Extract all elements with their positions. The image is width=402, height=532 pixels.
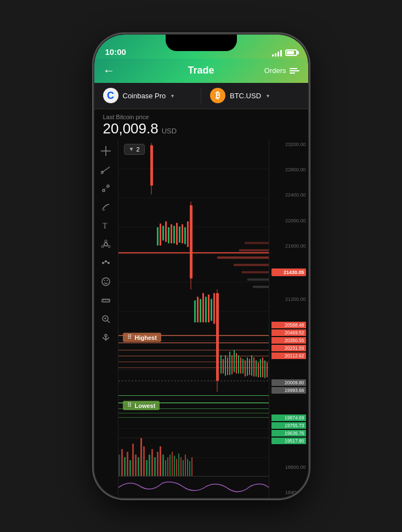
svg-rect-70 [160,223,161,245]
anchor-tool[interactable] [97,329,115,346]
gray-price-tags: 20009.80 19993.66 [271,379,306,394]
svg-rect-143 [185,455,186,476]
ruler-tool[interactable] [97,292,115,309]
svg-rect-96 [223,359,224,373]
signal-icon [272,49,282,57]
battery-icon [285,49,297,56]
svg-rect-100 [231,355,233,374]
svg-point-4 [103,189,105,192]
svg-rect-118 [121,449,123,476]
svg-rect-131 [157,452,158,476]
chart-canvas[interactable]: 23200.00 22800.00 22400.00 22000.00 2160… [118,139,308,498]
exchange-selector[interactable]: C Coinbase Pro ▾ [94,88,202,103]
price-currency: USD [162,127,177,135]
svg-rect-95 [220,355,222,373]
text-tool[interactable]: T [97,217,115,234]
svg-rect-117 [118,455,120,476]
svg-rect-89 [208,294,210,322]
dots-tool[interactable] [97,255,115,271]
indicator-badge[interactable]: ▼ 2 [124,144,145,155]
svg-rect-119 [124,457,126,476]
svg-rect-145 [189,461,190,476]
price-tick: 18400.00 [271,490,306,495]
red-price-tags: 20588.48 20469.52 20350.55 20231.59 2011… [271,322,306,360]
svg-rect-61 [217,256,269,259]
network-tool[interactable] [97,236,115,253]
svg-rect-134 [165,460,166,476]
svg-rect-138 [174,456,175,476]
svg-rect-77 [179,226,180,242]
line-tool[interactable] [97,161,115,178]
price-display: 20,009.8 USD [103,120,299,137]
pen-tool[interactable] [97,199,115,215]
svg-line-14 [104,245,104,246]
svg-rect-87 [202,293,204,322]
svg-rect-59 [245,242,269,244]
svg-rect-97 [225,355,226,376]
page-title: Trade [188,65,214,76]
svg-rect-139 [176,459,177,476]
svg-rect-122 [132,444,134,476]
price-tick: 21200.00 [271,296,306,302]
svg-rect-125 [140,438,142,476]
svg-rect-73 [168,227,169,243]
exchange-name: Coinbase Pro [123,92,166,100]
highest-annotation: ⠿ Highest [123,333,161,342]
svg-rect-76 [176,222,178,244]
svg-point-8 [104,243,107,246]
svg-rect-86 [200,299,201,322]
svg-point-10 [108,245,110,248]
price-number: 20,009.8 [103,120,158,137]
svg-rect-128 [149,455,150,476]
node-tool[interactable] [97,180,115,197]
svg-rect-132 [160,446,161,476]
price-tick: 18800.00 [271,464,306,470]
bottom-indicator [118,476,269,498]
pair-selector[interactable]: ₿ BTC.USD ▾ [201,88,308,103]
lowest-annotation: ⠿ Lowest [123,401,160,410]
chart-area[interactable]: T [94,139,308,498]
svg-rect-66 [150,145,153,185]
svg-rect-120 [127,452,128,476]
svg-rect-126 [143,446,145,476]
svg-text:T: T [103,222,107,230]
magnify-tool[interactable] [97,311,115,327]
crosshair-tool[interactable] [97,143,115,159]
orders-button[interactable]: Orders [264,66,299,75]
svg-rect-121 [129,460,131,476]
svg-rect-88 [205,296,207,322]
back-button[interactable]: ← [103,61,120,80]
indicator-number: 2 [136,146,139,153]
svg-rect-103 [238,355,239,373]
svg-rect-107 [247,357,248,376]
emoji-tool[interactable] [97,273,115,290]
svg-point-9 [105,240,107,242]
svg-rect-123 [135,455,137,476]
svg-rect-65 [253,285,269,288]
orders-label: Orders [264,66,286,75]
svg-rect-141 [180,457,182,476]
volume-area [118,438,269,476]
svg-rect-80 [187,221,189,247]
svg-rect-81 [190,205,192,278]
svg-rect-146 [191,457,192,476]
svg-line-6 [104,187,108,189]
svg-rect-92 [216,293,219,380]
svg-rect-106 [245,360,246,376]
svg-rect-71 [162,226,164,240]
price-tick: 22400.00 [271,192,306,198]
svg-line-13 [107,245,108,246]
status-icons [272,49,297,57]
svg-rect-111 [256,360,257,376]
svg-rect-102 [236,353,237,373]
svg-rect-114 [262,357,263,377]
svg-rect-137 [172,452,173,476]
chart-toolbar: T [94,139,118,498]
exchange-logo: C [103,88,118,103]
svg-rect-140 [178,453,179,476]
svg-point-21 [104,280,105,281]
lowest-label: ⠿ Lowest [123,401,160,410]
pair-name: BTC.USD [230,92,261,100]
exchange-dropdown-icon: ▾ [171,93,174,99]
price-tick: 23200.00 [271,142,306,147]
